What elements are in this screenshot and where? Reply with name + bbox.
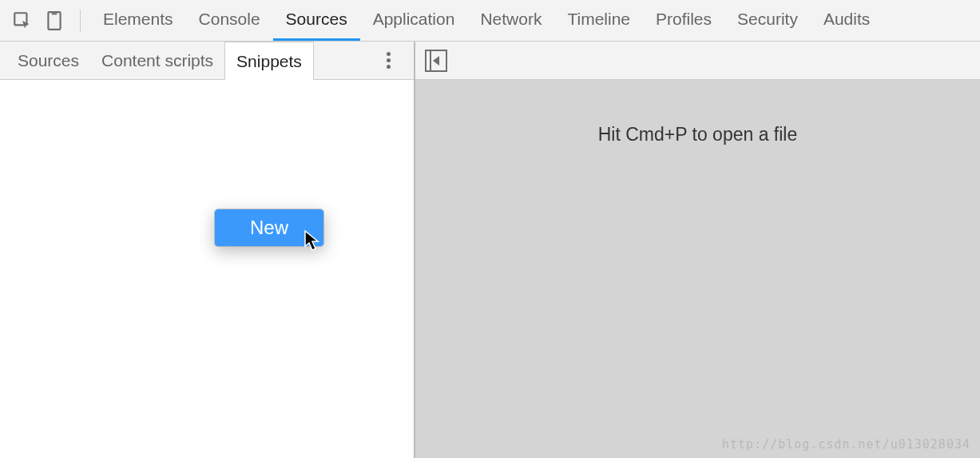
open-file-hint: Hit Cmd+P to open a file <box>415 124 980 145</box>
tab-timeline[interactable]: Timeline <box>554 0 643 41</box>
tab-audits[interactable]: Audits <box>811 0 883 41</box>
editor-panel: Hit Cmd+P to open a file http://blog.csd… <box>415 42 980 458</box>
context-menu-item-new[interactable]: New <box>215 209 323 246</box>
main-tabs: Elements Console Sources Application Net… <box>90 0 883 41</box>
collapse-panel-icon[interactable] <box>425 50 447 72</box>
editor-header <box>415 42 980 80</box>
context-menu: New <box>214 209 324 247</box>
watermark: http://blog.csdn.net/u013028034 <box>722 437 970 452</box>
more-icon[interactable] <box>379 51 398 70</box>
subtab-snippets[interactable]: Snippets <box>224 42 314 80</box>
subtab-content-scripts[interactable]: Content scripts <box>90 42 224 79</box>
divider <box>80 10 81 32</box>
tab-network[interactable]: Network <box>467 0 554 41</box>
subtab-sources[interactable]: Sources <box>6 42 90 79</box>
tab-security[interactable]: Security <box>724 0 811 41</box>
tab-profiles[interactable]: Profiles <box>643 0 724 41</box>
inspect-icon[interactable] <box>6 0 38 42</box>
navigator-panel: Sources Content scripts Snippets New <box>0 42 415 458</box>
content: Sources Content scripts Snippets New Hit… <box>0 42 980 458</box>
device-icon[interactable] <box>38 0 70 42</box>
svg-rect-1 <box>48 12 60 30</box>
tab-application[interactable]: Application <box>360 0 468 41</box>
devtools-toolbar: Elements Console Sources Application Net… <box>0 0 980 42</box>
navigator-tabs: Sources Content scripts Snippets <box>0 42 414 80</box>
tab-console[interactable]: Console <box>186 0 273 41</box>
tab-elements[interactable]: Elements <box>90 0 186 41</box>
tab-sources[interactable]: Sources <box>273 0 360 41</box>
